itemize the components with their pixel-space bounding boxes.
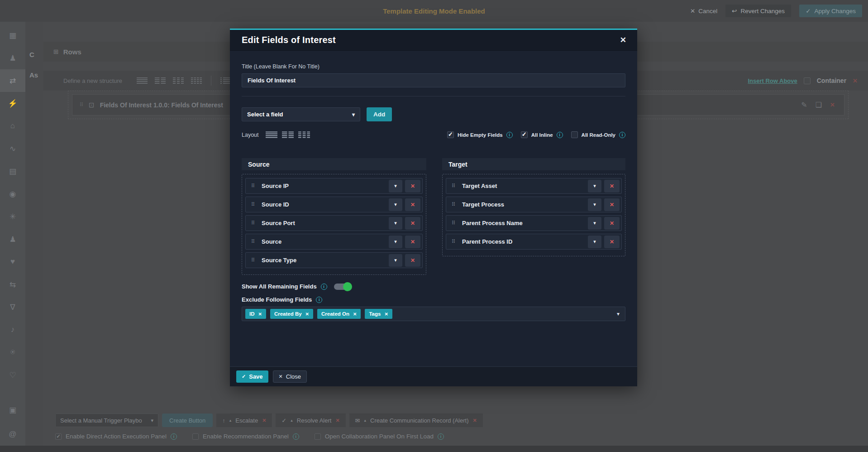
display-option-checkbox[interactable] bbox=[571, 131, 578, 138]
nav-rail-item[interactable]: ∇ bbox=[0, 296, 25, 318]
layout-three-column-icon[interactable] bbox=[298, 131, 310, 138]
apply-changes-button[interactable]: ✓ Apply Changes bbox=[799, 5, 862, 17]
remove-row-icon[interactable]: ✕ bbox=[853, 77, 858, 84]
show-all-remaining-toggle[interactable] bbox=[334, 284, 351, 290]
field-select[interactable]: Select a field ▾ bbox=[242, 107, 360, 121]
remove-field-button[interactable]: ✕ bbox=[604, 198, 620, 211]
manual-trigger-playbook-select[interactable]: Select a Manual Trigger Playbo ▾ bbox=[55, 414, 158, 427]
container-checkbox[interactable] bbox=[804, 77, 811, 84]
title-input[interactable] bbox=[242, 73, 625, 87]
nav-rail-item[interactable]: ♟ bbox=[0, 47, 25, 69]
remove-field-button[interactable]: ✕ bbox=[604, 217, 620, 230]
field-row[interactable]: ⠿ Parent Process Name ▾ ✕ bbox=[446, 215, 622, 231]
layout-4col-icon[interactable] bbox=[191, 77, 202, 84]
field-options-dropdown-button[interactable]: ▾ bbox=[588, 180, 601, 192]
nav-rail-item[interactable]: ▦ bbox=[0, 24, 25, 47]
layout-two-column-icon[interactable] bbox=[282, 131, 294, 138]
nav-rail-item[interactable]: ⍟ bbox=[0, 341, 25, 364]
layout-3col-icon[interactable] bbox=[173, 77, 184, 84]
remove-field-button[interactable]: ✕ bbox=[405, 217, 420, 230]
create-communication-record-action[interactable]: ✉ ▴ Create Communication Record (Alert) … bbox=[349, 414, 483, 427]
option-checkbox[interactable] bbox=[55, 433, 62, 440]
field-row[interactable]: ⠿ Target Asset ▾ ✕ bbox=[446, 178, 622, 194]
option-checkbox[interactable] bbox=[192, 433, 199, 440]
field-options-dropdown-button[interactable]: ▾ bbox=[588, 236, 601, 248]
exclude-fields-multiselect[interactable]: ID ✕ Created By ✕ Created On ✕ Tags ✕ ▾ bbox=[242, 307, 625, 321]
drag-handle-icon[interactable]: ⠿ bbox=[251, 220, 255, 226]
drag-handle-icon[interactable]: ⠿ bbox=[251, 183, 255, 189]
remove-field-button[interactable]: ✕ bbox=[405, 254, 420, 267]
remove-field-button[interactable]: ✕ bbox=[604, 236, 620, 248]
remove-field-button[interactable]: ✕ bbox=[604, 180, 620, 192]
chip-remove-icon[interactable]: ✕ bbox=[305, 312, 309, 317]
nav-rail-item[interactable]: ♥ bbox=[0, 250, 25, 273]
option-checkbox[interactable] bbox=[315, 433, 321, 440]
escalate-remove-icon[interactable]: ✕ bbox=[262, 418, 266, 423]
nav-rail-item[interactable]: ♡ bbox=[0, 364, 25, 386]
layout-one-column-icon[interactable] bbox=[266, 131, 277, 138]
nav-rail-item[interactable]: ✳ bbox=[0, 205, 25, 228]
field-options-dropdown-button[interactable]: ▾ bbox=[389, 198, 402, 211]
copy-widget-icon[interactable]: ❏ bbox=[816, 101, 822, 109]
chip-remove-icon[interactable]: ✕ bbox=[258, 312, 262, 317]
drag-handle-icon[interactable]: ⠿ bbox=[452, 239, 455, 245]
field-row[interactable]: ⠿ Source ID ▾ ✕ bbox=[245, 197, 423, 212]
nav-rail-item[interactable]: ▣ bbox=[0, 399, 25, 421]
nav-rail-item[interactable]: ◉ bbox=[0, 183, 25, 205]
nav-rail-item[interactable]: ⚡ bbox=[0, 92, 25, 115]
drag-handle-icon[interactable]: ⠿ bbox=[251, 202, 255, 207]
close-button[interactable]: ✕ Close bbox=[273, 370, 307, 383]
drag-handle-icon[interactable]: ⠿ bbox=[452, 220, 455, 226]
field-options-dropdown-button[interactable]: ▾ bbox=[389, 254, 402, 267]
escalate-action[interactable]: ↑ ▴ Escalate ✕ bbox=[216, 414, 272, 427]
nav-rail-item[interactable]: ⇆ bbox=[0, 273, 25, 296]
revert-changes-button[interactable]: ↩ Revert Changes bbox=[725, 5, 791, 17]
apps-icon: ▤ bbox=[9, 167, 16, 176]
field-row[interactable]: ⠿ Parent Process ID ▾ ✕ bbox=[446, 234, 622, 250]
field-row[interactable]: ⠿ Source ▾ ✕ bbox=[245, 234, 423, 250]
modal-close-icon[interactable]: ✕ bbox=[620, 35, 626, 45]
resolve-remove-icon[interactable]: ✕ bbox=[335, 418, 339, 423]
field-row[interactable]: ⠿ Source IP ▾ ✕ bbox=[245, 178, 423, 194]
drag-handle-icon[interactable]: ⠿ bbox=[452, 183, 455, 189]
field-options-dropdown-button[interactable]: ▾ bbox=[588, 198, 601, 211]
remove-field-button[interactable]: ✕ bbox=[405, 236, 420, 248]
side-tab-c[interactable]: C bbox=[25, 51, 43, 58]
nav-rail-item[interactable]: ♪ bbox=[0, 318, 25, 341]
display-option-checkbox[interactable] bbox=[447, 131, 454, 138]
nav-rail-item[interactable]: ▤ bbox=[0, 160, 25, 183]
chip-remove-icon[interactable]: ✕ bbox=[384, 312, 388, 317]
nav-rail-item[interactable]: ♟ bbox=[0, 228, 25, 250]
drag-handle-icon[interactable]: ⠿ bbox=[80, 102, 83, 108]
field-options-dropdown-button[interactable]: ▾ bbox=[389, 236, 402, 248]
layout-1col-icon[interactable] bbox=[137, 77, 148, 84]
resolve-alert-action[interactable]: ✓ ▴ Resolve Alert ✕ bbox=[276, 414, 345, 427]
drag-handle-icon[interactable]: ⠿ bbox=[452, 202, 455, 207]
field-options-dropdown-button[interactable]: ▾ bbox=[389, 217, 402, 230]
comm-remove-icon[interactable]: ✕ bbox=[473, 418, 477, 423]
field-row[interactable]: ⠿ Target Process ▾ ✕ bbox=[446, 197, 622, 212]
drag-handle-icon[interactable]: ⠿ bbox=[251, 257, 255, 263]
side-tab-as[interactable]: As bbox=[25, 71, 43, 79]
insert-row-above-link[interactable]: Insert Row Above bbox=[748, 77, 797, 84]
nav-rail-item[interactable]: ⇄ bbox=[0, 69, 25, 92]
nav-rail-item[interactable]: @ bbox=[0, 423, 25, 446]
field-row[interactable]: ⠿ Source Type ▾ ✕ bbox=[245, 252, 423, 268]
save-button[interactable]: ✓ Save bbox=[236, 370, 268, 383]
drag-handle-icon[interactable]: ⠿ bbox=[251, 239, 255, 245]
add-field-button[interactable]: Add bbox=[367, 107, 392, 121]
edit-widget-icon[interactable]: ✎ bbox=[801, 101, 807, 109]
cancel-button[interactable]: ✕ Cancel bbox=[690, 7, 717, 14]
field-row[interactable]: ⠿ Source Port ▾ ✕ bbox=[245, 215, 423, 231]
nav-rail-item[interactable]: ∿ bbox=[0, 137, 25, 160]
field-options-dropdown-button[interactable]: ▾ bbox=[588, 217, 601, 230]
display-option-checkbox[interactable] bbox=[521, 131, 528, 138]
chip-remove-icon[interactable]: ✕ bbox=[353, 312, 357, 317]
remove-field-button[interactable]: ✕ bbox=[405, 180, 420, 192]
nav-rail-item[interactable]: ⌂ bbox=[0, 115, 25, 137]
create-button[interactable]: Create Button bbox=[162, 414, 213, 427]
field-options-dropdown-button[interactable]: ▾ bbox=[389, 180, 402, 192]
delete-widget-icon[interactable]: ✕ bbox=[830, 101, 835, 108]
remove-field-button[interactable]: ✕ bbox=[405, 198, 420, 211]
layout-2col-icon[interactable] bbox=[155, 77, 166, 84]
